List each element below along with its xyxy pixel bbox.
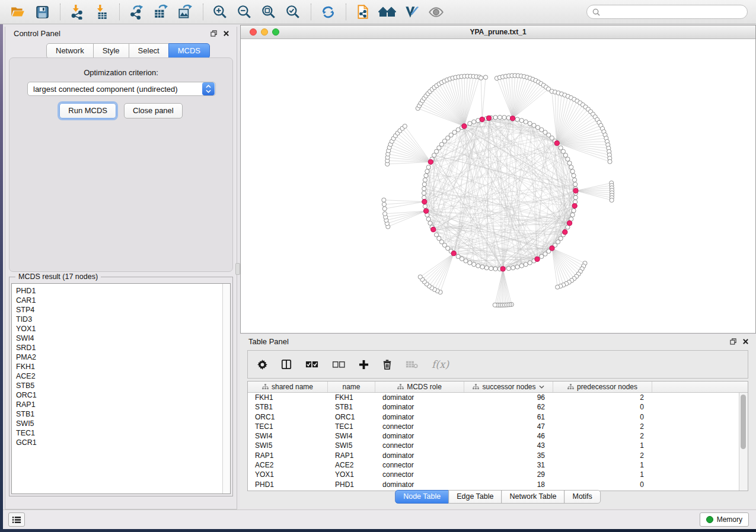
zoom-fit-button[interactable] [259,2,278,21]
table-row[interactable]: SWI4SWI4dominator462 [248,431,748,441]
network-node[interactable] [428,221,432,225]
cell-mcds-role[interactable]: connector [375,441,464,450]
network-hub-node[interactable] [510,116,515,121]
tab-network[interactable]: Network [46,43,94,59]
network-hub-node[interactable] [567,221,572,226]
network-leaf-node[interactable] [382,198,386,202]
network-hub-node[interactable] [550,246,554,251]
network-node[interactable] [472,262,476,267]
network-node[interactable] [570,213,575,217]
network-hub-node[interactable] [462,124,467,129]
network-hub-node[interactable] [500,267,505,271]
network-node[interactable] [573,182,578,187]
network-hub-node[interactable] [554,141,559,146]
table-scrollbar[interactable] [739,393,748,491]
tab-node-table[interactable]: Node Table [395,490,449,504]
cell-shared-name[interactable]: RAP1 [248,451,328,460]
mcds-result-item[interactable]: CAR1 [16,296,230,305]
network-node[interactable] [563,153,567,157]
network-node[interactable] [572,174,576,178]
cell-shared-name[interactable]: PHD1 [248,480,328,489]
search-input[interactable] [604,8,742,16]
cell-predecessor-nodes[interactable]: 0 [553,412,652,422]
export-table-button[interactable] [151,2,170,21]
column-header-successor-nodes[interactable]: successor nodes [464,382,553,392]
network-node[interactable] [493,116,497,120]
column-header-name[interactable]: name [328,382,375,392]
network-node[interactable] [519,118,524,123]
cell-name[interactable]: RAP1 [328,451,375,460]
zoom-selected-button[interactable] [283,2,302,21]
network-node[interactable] [472,120,476,124]
network-node[interactable] [528,261,532,265]
network-node[interactable] [423,178,427,182]
close-table-panel-button[interactable] [742,338,749,345]
cell-name[interactable]: FKH1 [328,393,375,402]
mcds-result-item[interactable]: STB5 [16,381,230,390]
table-row[interactable]: ACE2ACE2connector311 [248,460,748,470]
mcds-result-item[interactable]: PMA2 [16,352,230,362]
network-node[interactable] [573,196,578,200]
network-node[interactable] [422,191,426,195]
table-row[interactable]: STB1STB1dominator620 [248,402,748,412]
cell-successor-nodes[interactable]: 61 [464,412,553,422]
cell-mcds-role[interactable]: dominator [375,480,464,489]
cell-shared-name[interactable]: YOX1 [248,470,328,479]
export-image-button[interactable] [176,2,194,21]
table-row[interactable]: ORC1ORC1dominator610 [248,412,748,422]
cell-name[interactable]: SWI4 [328,431,375,441]
network-node[interactable] [528,121,532,126]
network-node[interactable] [506,267,511,271]
network-node[interactable] [524,120,528,124]
cell-successor-nodes[interactable]: 31 [464,460,553,470]
mcds-result-item[interactable]: ACE2 [16,371,230,381]
cell-shared-name[interactable]: ORC1 [248,412,328,422]
network-hub-node[interactable] [486,116,491,120]
network-node[interactable] [524,262,528,267]
network-leaf-node[interactable] [383,211,387,216]
memory-button[interactable]: Memory [700,512,749,527]
column-header-shared-name[interactable]: shared name [248,382,328,392]
cell-successor-nodes[interactable]: 62 [464,402,553,412]
cell-predecessor-nodes[interactable]: 0 [553,402,652,412]
table-scrollbar-thumb[interactable] [741,395,746,449]
network-node[interactable] [468,261,472,265]
network-leaf-node[interactable] [403,124,407,128]
network-leaf-node[interactable] [610,198,614,202]
cell-predecessor-nodes[interactable]: 1 [553,441,652,450]
delete-column-button[interactable] [382,359,392,370]
tab-style[interactable]: Style [93,43,129,59]
mcds-result-item[interactable]: PHD1 [16,286,230,296]
network-node[interactable] [540,254,544,258]
cell-shared-name[interactable]: SWI4 [248,431,328,441]
cell-shared-name[interactable]: TEC1 [248,422,328,431]
network-node[interactable] [456,254,460,258]
table-row[interactable]: SWI5SWI5connector431 [248,441,748,450]
network-node[interactable] [464,259,468,263]
tab-edge-table[interactable]: Edge Table [448,490,502,504]
float-panel-button[interactable] [210,30,217,37]
mcds-list-scrollbar[interactable] [222,284,230,493]
network-hub-node[interactable] [422,199,427,204]
column-header-predecessor-nodes[interactable]: predecessor nodes [553,382,652,392]
network-hub-node[interactable] [573,188,578,193]
cell-name[interactable]: SWI5 [328,441,375,450]
close-panel-button[interactable] [223,30,229,37]
deselect-all-columns-button[interactable] [332,361,345,368]
cell-predecessor-nodes[interactable]: 2 [553,431,652,441]
network-node[interactable] [422,187,426,191]
cell-predecessor-nodes[interactable]: 0 [553,480,652,489]
cell-mcds-role[interactable]: dominator [375,451,464,460]
open-file-button[interactable] [8,2,27,21]
table-row[interactable]: FKH1FKH1dominator962 [248,393,748,402]
import-table-button[interactable] [92,2,111,21]
cell-successor-nodes[interactable]: 96 [464,393,553,402]
mcds-result-item[interactable]: SWI4 [16,334,230,343]
network-leaf-node[interactable] [382,202,386,206]
export-network-button[interactable] [127,2,146,21]
cell-predecessor-nodes[interactable]: 2 [553,393,652,402]
network-leaf-node[interactable] [608,159,612,164]
network-node[interactable] [489,267,493,271]
cell-successor-nodes[interactable]: 46 [464,431,553,441]
network-hub-node[interactable] [451,251,456,256]
